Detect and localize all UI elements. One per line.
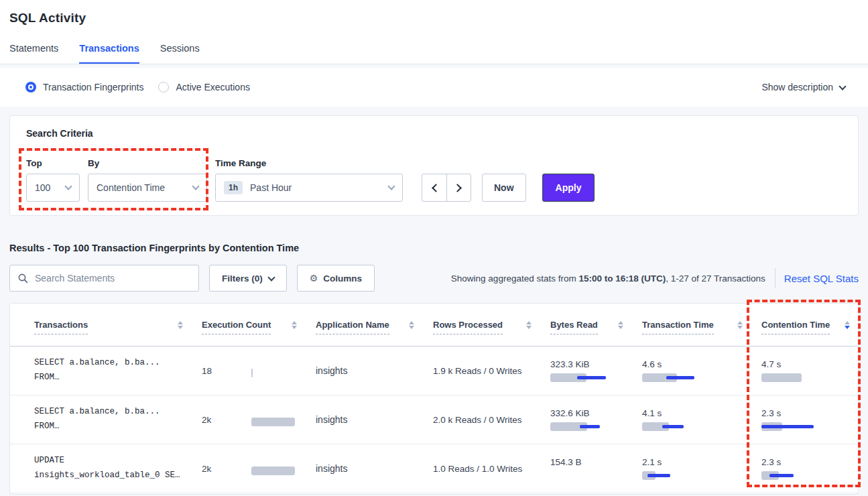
chevron-down-icon xyxy=(192,182,199,190)
column-header-rows-processed[interactable]: Rows Processed xyxy=(433,320,550,330)
table-header-row: Transactions Execution Count Application… xyxy=(10,304,858,347)
table-row: UPDATE insights_workload_table_0 SE… 2k … xyxy=(10,444,858,493)
chevron-down-icon xyxy=(64,182,72,190)
execution-count-bar xyxy=(251,369,313,377)
rows-processed-cell: 1.9 k Reads / 0 Writes xyxy=(433,366,550,376)
application-name-cell: insights xyxy=(316,463,433,474)
next-time-button[interactable] xyxy=(446,174,471,201)
chevron-down-icon xyxy=(839,82,846,90)
transactions-table: Transactions Execution Count Application… xyxy=(9,303,859,495)
view-toggle-row: Transaction Fingerprints Active Executio… xyxy=(0,68,868,107)
transaction-time-cell: 4.1 s xyxy=(642,408,761,431)
rows-processed-cell: 1.0 Reads / 1.0 Writes xyxy=(433,464,550,474)
show-description-label: Show description xyxy=(761,82,833,92)
transaction-time-bar xyxy=(642,422,704,431)
aggregated-stats-text: Showing aggregated stats from 15:00 to 1… xyxy=(451,273,765,284)
column-header-bytes-read[interactable]: Bytes Read xyxy=(550,320,642,330)
tab-sessions[interactable]: Sessions xyxy=(160,43,200,64)
columns-button[interactable]: ⚙ Columns xyxy=(297,265,375,292)
search-criteria-fields: Top 100 By Contention Time Time Range 1h… xyxy=(26,158,842,202)
search-criteria-heading: Search Criteria xyxy=(26,128,842,139)
search-statements-input[interactable] xyxy=(35,273,190,284)
previous-time-button[interactable] xyxy=(422,174,446,201)
time-range-field: Time Range 1h Past Hour xyxy=(215,158,414,202)
chevron-down-icon xyxy=(387,182,395,190)
sort-icon[interactable] xyxy=(178,321,183,329)
radio-transaction-fingerprints[interactable]: Transaction Fingerprints xyxy=(25,82,143,92)
by-field: By Contention Time xyxy=(88,158,207,202)
by-select[interactable]: Contention Time xyxy=(88,174,207,202)
apply-button[interactable]: Apply xyxy=(542,174,595,202)
page-header: SQL Activity Statements Transactions Ses… xyxy=(0,0,868,64)
application-name-cell: insights xyxy=(316,365,433,376)
tab-bar: Statements Transactions Sessions xyxy=(9,43,859,64)
by-label: By xyxy=(88,158,207,168)
search-criteria-card: Search Criteria Top 100 By Contention Ti… xyxy=(9,115,859,216)
tab-statements[interactable]: Statements xyxy=(9,43,58,64)
transaction-fingerprint-link[interactable]: SELECT a.balance, b.ba... FROM… xyxy=(34,356,202,385)
by-value: Contention Time xyxy=(97,182,165,193)
search-statements-box[interactable] xyxy=(9,265,199,292)
time-range-select[interactable]: 1h Past Hour xyxy=(215,174,403,202)
contention-time-bar xyxy=(761,422,823,431)
transaction-time-bar xyxy=(642,373,704,382)
column-header-application-name[interactable]: Application Name xyxy=(316,320,433,330)
time-range-badge: 1h xyxy=(224,181,243,194)
columns-label: Columns xyxy=(323,273,362,284)
top-label: Top xyxy=(26,158,80,168)
contention-time-cell: 4.7 s xyxy=(761,359,851,382)
bytes-read-cell: 323.3 KiB xyxy=(550,359,642,382)
bytes-read-bar xyxy=(550,471,612,480)
contention-time-cell: 2.3 s xyxy=(761,408,851,431)
show-description-toggle[interactable]: Show description xyxy=(761,82,845,92)
radio-label: Active Executions xyxy=(176,82,250,92)
time-range-label: Time Range xyxy=(215,158,414,168)
radio-active-executions[interactable]: Active Executions xyxy=(158,82,250,92)
top-select[interactable]: 100 xyxy=(26,174,80,202)
vertical-divider xyxy=(775,268,776,288)
filters-label: Filters (0) xyxy=(222,273,263,284)
now-button[interactable]: Now xyxy=(482,174,526,202)
filters-button[interactable]: Filters (0) xyxy=(209,265,287,292)
sort-icon[interactable] xyxy=(409,321,414,329)
contention-time-bar xyxy=(761,471,823,480)
transaction-fingerprint-link[interactable]: UPDATE insights_workload_table_0 SE… xyxy=(34,454,202,483)
execution-count-bar xyxy=(251,467,313,475)
sort-icon[interactable] xyxy=(737,321,743,329)
reset-sql-stats-link[interactable]: Reset SQL Stats xyxy=(784,273,859,284)
time-range-value: Past Hour xyxy=(250,182,292,193)
top-field: Top 100 xyxy=(26,158,80,202)
results-heading: Results - Top 100 Transaction Fingerprin… xyxy=(9,243,859,253)
column-header-transactions[interactable]: Transactions xyxy=(34,320,202,330)
sort-icon-active[interactable] xyxy=(845,321,850,329)
column-header-execution-count[interactable]: Execution Count xyxy=(202,320,316,330)
radio-label: Transaction Fingerprints xyxy=(43,82,143,92)
time-nav-group xyxy=(422,174,471,202)
contention-time-cell: 2.3 s xyxy=(761,457,851,480)
execution-count-cell: 2k xyxy=(202,462,316,475)
transaction-time-cell: 4.6 s xyxy=(642,359,761,382)
transaction-time-cell: 2.1 s xyxy=(642,457,761,480)
radio-selected-icon[interactable] xyxy=(25,82,36,92)
sort-icon[interactable] xyxy=(526,321,532,329)
contention-time-bar xyxy=(761,373,823,382)
tab-transactions[interactable]: Transactions xyxy=(79,43,139,64)
bytes-read-bar xyxy=(550,373,612,382)
transaction-fingerprint-link[interactable]: SELECT a.balance, b.ba... FROM… xyxy=(34,405,202,434)
chevron-down-icon xyxy=(267,273,275,281)
bytes-read-cell: 154.3 B xyxy=(550,457,642,480)
results-controls-row: Filters (0) ⚙ Columns Showing aggregated… xyxy=(9,265,859,292)
radio-unselected-icon[interactable] xyxy=(158,82,169,92)
execution-count-cell: 2k xyxy=(202,414,316,426)
bytes-read-bar xyxy=(550,422,612,431)
sort-icon[interactable] xyxy=(292,321,297,329)
sort-icon[interactable] xyxy=(618,321,623,329)
bytes-read-cell: 332.6 KiB xyxy=(550,408,642,431)
application-name-cell: insights xyxy=(316,414,433,425)
table-row: SELECT a.balance, b.ba... FROM… 2k insig… xyxy=(10,395,858,444)
top-value: 100 xyxy=(35,182,50,193)
column-header-transaction-time[interactable]: Transaction Time xyxy=(642,320,761,330)
column-header-contention-time[interactable]: Contention Time xyxy=(761,320,851,330)
chevron-right-icon xyxy=(453,184,462,192)
gear-icon: ⚙ xyxy=(310,273,318,284)
